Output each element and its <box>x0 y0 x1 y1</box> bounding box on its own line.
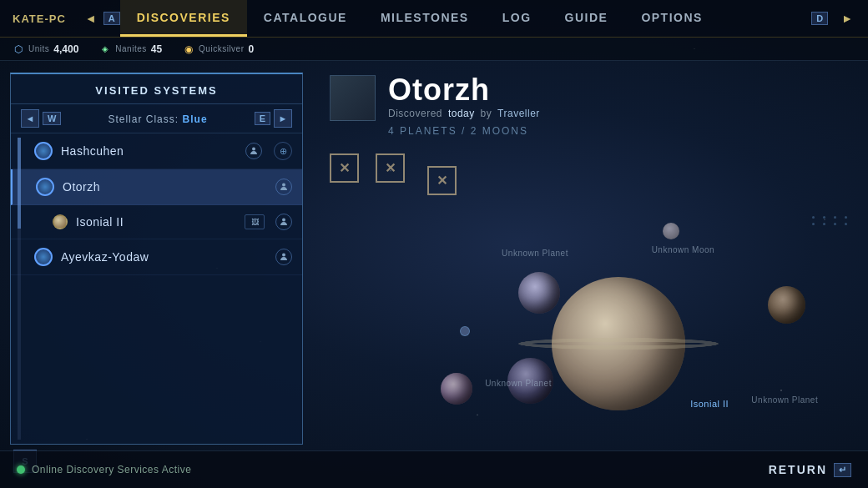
nav-x-1[interactable]: ✕ <box>330 153 359 183</box>
system-name: Ayevkaz-Yodaw <box>61 250 267 264</box>
nav-x-3[interactable]: ✕ <box>427 166 457 195</box>
list-item[interactable]: Isonial II 🖼 <box>11 205 302 239</box>
svg-point-3 <box>282 254 285 257</box>
btn-d[interactable]: D <box>811 12 828 25</box>
list-item[interactable]: Otorzh <box>11 169 302 205</box>
system-icon <box>34 248 53 266</box>
system-discovered: Discovered today by Traveller <box>388 108 540 119</box>
system-name: Isonial II <box>76 215 236 229</box>
dots-pattern <box>812 216 851 225</box>
left-panel: VISITED SYSTEMS ◄ W Stellar Class: Blue … <box>0 63 313 488</box>
system-list: Hashcuhen ⊕ Otorzh <box>11 133 302 444</box>
topbar: KATE-PC ◄ A DISCOVERIES CATALOGUE MILEST… <box>0 0 868 63</box>
nanites-value: 45 <box>151 43 162 55</box>
system-name: Hashcuhen <box>61 144 237 158</box>
nanites-icon: ◈ <box>99 43 111 55</box>
planet-viz: Unknown Moon Unknown Planet Unknown Plan… <box>313 199 868 488</box>
units-resource: ⬡ Units 4,400 <box>13 43 78 55</box>
stellar-class-row: ◄ W Stellar Class: Blue E ► <box>11 104 302 133</box>
expand-icon[interactable]: ⊕ <box>274 142 292 160</box>
tab-log[interactable]: LOG <box>486 0 548 37</box>
system-icon <box>34 142 53 160</box>
btn-w[interactable]: W <box>43 112 61 125</box>
return-button[interactable]: RETURN ↵ <box>769 463 851 477</box>
planet-label-isonial: Isonial II <box>690 399 729 409</box>
svg-point-0 <box>252 148 255 151</box>
tab-discoveries[interactable]: DISCOVERIES <box>120 0 247 37</box>
planet-icon <box>53 214 68 229</box>
btn-e[interactable]: E <box>255 112 270 125</box>
visited-systems-panel: VISITED SYSTEMS ◄ W Stellar Class: Blue … <box>10 73 303 445</box>
online-status: Online Discovery Services Active <box>17 464 191 475</box>
system-title: Otorzh <box>388 75 540 105</box>
stellar-nav-right[interactable]: ► <box>274 109 292 128</box>
person-icon[interactable] <box>275 249 292 265</box>
svg-point-2 <box>282 219 285 222</box>
system-thumbnail <box>330 75 376 121</box>
right-panel: Otorzh Discovered today by Traveller 4 P… <box>313 63 868 488</box>
stellar-class-display: Stellar Class: Blue <box>108 111 207 126</box>
image-icon[interactable]: 🖼 <box>245 214 265 229</box>
quicksilver-resource: ◉ Quicksilver 0 <box>183 43 254 55</box>
svg-point-1 <box>282 184 285 187</box>
status-text: Online Discovery Services Active <box>32 464 191 475</box>
planet-label-1: Unknown Planet <box>485 379 552 388</box>
planet-label-3: Unknown Planet <box>751 395 818 405</box>
pc-name: KATE-PC <box>0 13 78 25</box>
system-icon <box>36 178 54 196</box>
return-key[interactable]: ↵ <box>834 463 851 477</box>
stellar-nav-left[interactable]: ◄ <box>21 109 39 128</box>
stellar-class-value: Blue <box>183 113 208 125</box>
scroll-thumb <box>18 138 21 229</box>
tab-guide[interactable]: GUIDE <box>548 0 625 37</box>
status-dot <box>17 465 25 474</box>
planet-label-moon-top: Unknown Moon <box>652 245 714 254</box>
quicksilver-value: 0 <box>249 43 255 55</box>
nav-icons-row: ✕ ✕ ✕ <box>313 149 868 199</box>
nav-tabs: DISCOVERIES CATALOGUE MILESTONES LOG GUI… <box>120 0 719 37</box>
planet-label-2: Unknown Planet <box>502 249 568 258</box>
units-value: 4,400 <box>53 43 78 55</box>
resource-bar: ⬡ Units 4,400 ◈ Nanites 45 ◉ Quicksilver… <box>0 38 868 61</box>
saturn-ring <box>518 338 719 350</box>
system-title-block: Otorzh Discovered today by Traveller 4 P… <box>388 75 540 137</box>
nav-right-arrow[interactable]: ► <box>835 12 860 25</box>
nanites-resource: ◈ Nanites 45 <box>99 43 162 55</box>
tab-milestones[interactable]: MILESTONES <box>364 0 486 37</box>
nav-row: KATE-PC ◄ A DISCOVERIES CATALOGUE MILEST… <box>0 0 868 38</box>
tab-options[interactable]: OPTIONS <box>624 0 719 37</box>
panel-header: VISITED SYSTEMS <box>11 74 302 104</box>
saturn-planet <box>552 277 685 410</box>
units-icon: ⬡ <box>13 43 24 55</box>
bottom-bar: Online Discovery Services Active RETURN … <box>0 450 868 488</box>
scroll-track <box>18 138 21 440</box>
nav-left-arrow[interactable]: ◄ <box>78 12 103 25</box>
planet-unknown-moon-top <box>663 223 679 239</box>
person-icon[interactable] <box>275 214 292 230</box>
person-icon[interactable] <box>275 179 292 195</box>
list-item[interactable]: Ayevkaz-Yodaw <box>11 239 302 275</box>
planet-small-3 <box>768 286 805 324</box>
system-info-header: Otorzh Discovered today by Traveller 4 P… <box>313 63 868 149</box>
system-name: Otorzh <box>63 180 267 194</box>
list-item[interactable]: Hashcuhen ⊕ <box>11 133 302 169</box>
return-label: RETURN <box>769 463 827 476</box>
quicksilver-icon: ◉ <box>183 43 194 55</box>
planet-small-2 <box>518 272 560 314</box>
nav-right-section: D ► <box>811 12 868 25</box>
center-dot <box>460 326 470 336</box>
nav-x-2[interactable]: ✕ <box>376 153 405 183</box>
main-content: VISITED SYSTEMS ◄ W Stellar Class: Blue … <box>0 63 868 488</box>
tab-catalogue[interactable]: CATALOGUE <box>247 0 364 37</box>
planet-small-4 <box>441 373 472 405</box>
planets-label: 4 PLANETS / 2 MOONS <box>388 125 540 137</box>
btn-a[interactable]: A <box>103 12 120 25</box>
person-icon[interactable] <box>245 143 262 159</box>
